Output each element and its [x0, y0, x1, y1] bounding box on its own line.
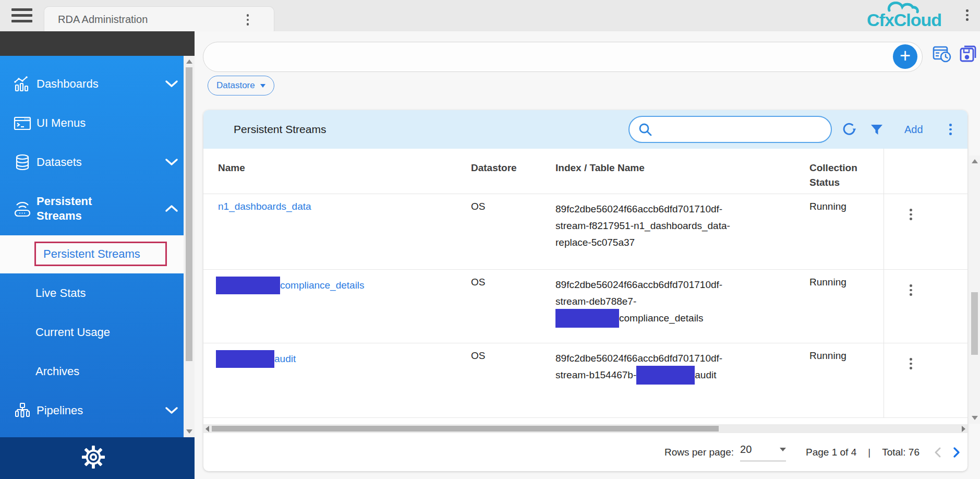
history-icon[interactable]	[932, 44, 952, 66]
row-actions-kebab[interactable]	[906, 355, 915, 373]
sidebar-item-persistent-streams-sub[interactable]: Persistent Streams	[0, 235, 184, 273]
status-cell: Running	[809, 277, 846, 288]
datastore-filter-chip[interactable]: Datastore	[208, 76, 274, 95]
datastore-cell: OS	[471, 201, 485, 212]
add-fab-button[interactable]: +	[893, 44, 917, 69]
panel-kebab-icon[interactable]	[949, 124, 952, 135]
index-line-text: stream-b154467b-	[555, 367, 636, 384]
total-count: Total: 76	[882, 447, 919, 458]
sidebar-item-current-usage[interactable]: Current Usage	[0, 313, 184, 352]
hamburger-menu-icon[interactable]	[11, 8, 32, 22]
rows-per-page-value: 20	[740, 444, 752, 456]
status-cell: Running	[809, 201, 846, 212]
sidebar-item-label: Datasets	[37, 155, 82, 170]
panel-search-input[interactable]	[657, 119, 826, 140]
refresh-icon[interactable]	[841, 122, 857, 140]
sidebar-nav: Dashboards UI Menus	[0, 56, 184, 437]
chevron-down-icon	[780, 448, 786, 451]
row-actions-kebab[interactable]	[906, 281, 915, 299]
logo-text: CfxCloud	[867, 10, 941, 30]
stream-name-link[interactable]: n1_dashboards_data	[218, 201, 311, 212]
rows-per-page-select[interactable]: 20	[740, 444, 786, 461]
index-line-text: compliance_details	[619, 310, 704, 327]
index-line: stream-f8217951-n1_dashboards_data-	[555, 218, 879, 234]
column-header-datastore: Datastore	[471, 161, 517, 175]
pipelines-icon	[13, 402, 32, 420]
sidebar-item-persistent-streams[interactable]: Persistent Streams	[0, 182, 184, 235]
chevron-up-icon	[165, 205, 178, 214]
stream-router-icon	[13, 199, 32, 218]
redaction-block	[636, 366, 695, 385]
column-header-index: Index / Table Name	[555, 161, 645, 175]
scroll-right-arrow-icon[interactable]	[962, 426, 965, 432]
cfxcloud-logo: CfxCloud	[866, 2, 960, 30]
table-row: n1_dashboards_data OS 89fc2dbe56024f66ac…	[203, 194, 967, 270]
previous-page-button[interactable]	[934, 447, 941, 458]
panel-title: Persistent Streams	[234, 110, 326, 149]
sidebar-item-label: Persistent Streams	[43, 247, 140, 261]
panel-header: Persistent Streams A	[203, 110, 967, 149]
horizontal-scrollbar-thumb[interactable]	[212, 426, 719, 432]
redaction-block	[216, 350, 274, 368]
rows-per-page-label: Rows per page:	[664, 447, 734, 458]
plus-icon: +	[900, 46, 911, 65]
column-header-collection-status: Collection Status	[809, 161, 888, 190]
chip-label: Datastore	[216, 80, 255, 91]
scroll-up-arrow-icon[interactable]	[972, 159, 978, 163]
datastore-cell: OS	[471, 350, 485, 362]
name-cell: audit	[218, 350, 296, 368]
chevron-down-icon	[165, 158, 178, 168]
sidebar-footer	[0, 437, 195, 479]
index-line: replace-5c075a37	[555, 234, 879, 251]
row-actions-kebab[interactable]	[906, 206, 915, 223]
table-header-row: Name Datastore Index / Table Name Collec…	[203, 149, 967, 194]
stream-name-link[interactable]: compliance_details	[280, 280, 365, 291]
horizontal-scrollbar[interactable]	[203, 424, 967, 433]
pagination-bar: Rows per page: 20 Page 1 of 4 | Total: 7…	[203, 433, 967, 471]
settings-gear-icon[interactable]	[81, 445, 105, 471]
name-cell: compliance_details	[218, 276, 365, 295]
scroll-up-arrow-icon[interactable]	[186, 59, 192, 64]
tab-kebab-icon[interactable]	[247, 14, 249, 26]
sidebar-item-label: Current Usage	[35, 326, 110, 339]
sidebar-item-ui-menus[interactable]: UI Menus	[0, 103, 184, 142]
database-icon	[13, 153, 32, 172]
browser-topbar: RDA Administration CfxCloud	[0, 0, 980, 31]
scroll-left-arrow-icon[interactable]	[205, 426, 209, 432]
search-icon	[638, 122, 654, 138]
persistent-streams-panel: Persistent Streams A	[203, 110, 967, 471]
annotation-highlight-box: Persistent Streams	[34, 242, 167, 266]
table-vertical-scrollbar[interactable]	[969, 155, 980, 424]
scroll-down-arrow-icon[interactable]	[972, 416, 978, 420]
panel-search[interactable]	[628, 116, 832, 143]
main-content: + Datastore	[195, 31, 980, 479]
stream-name-link[interactable]: audit	[274, 353, 296, 365]
topbar-kebab-icon[interactable]	[966, 9, 969, 21]
app-tab[interactable]: RDA Administration	[44, 6, 274, 32]
vertical-scrollbar-thumb[interactable]	[971, 292, 978, 355]
sidebar-item-label: Pipelines	[37, 403, 83, 418]
page-info: Page 1 of 4	[806, 447, 856, 458]
scroll-down-arrow-icon[interactable]	[186, 429, 192, 434]
save-copy-icon[interactable]	[958, 44, 978, 66]
filter-icon[interactable]	[870, 123, 884, 139]
index-line-text: audit	[695, 367, 716, 384]
add-button[interactable]: Add	[901, 110, 926, 149]
sidebar-scrollbar[interactable]	[184, 56, 195, 437]
redaction-block	[216, 277, 280, 294]
sidebar-item-label: Dashboards	[37, 77, 99, 91]
sidebar-item-dashboards[interactable]: Dashboards	[0, 64, 184, 103]
table-row: compliance_details OS 89fc2dbe56024f66ac…	[203, 270, 967, 343]
sidebar-item-archives[interactable]: Archives	[0, 352, 184, 391]
sidebar-item-datasets[interactable]: Datasets	[0, 142, 184, 182]
global-search-bar[interactable]: +	[203, 42, 923, 72]
next-page-button[interactable]	[953, 447, 960, 458]
pagination-separator: |	[868, 447, 870, 458]
column-header-name: Name	[218, 161, 245, 175]
sidebar-item-live-stats[interactable]: Live Stats	[0, 273, 184, 313]
sidebar-scrollbar-thumb[interactable]	[186, 67, 192, 361]
global-search-input[interactable]	[218, 45, 882, 68]
sidebar-item-label: Persistent Streams	[37, 194, 120, 223]
sidebar-item-pipelines[interactable]: Pipelines	[0, 391, 184, 430]
app-window: RDA Administration CfxCloud Dashboards	[0, 0, 980, 479]
